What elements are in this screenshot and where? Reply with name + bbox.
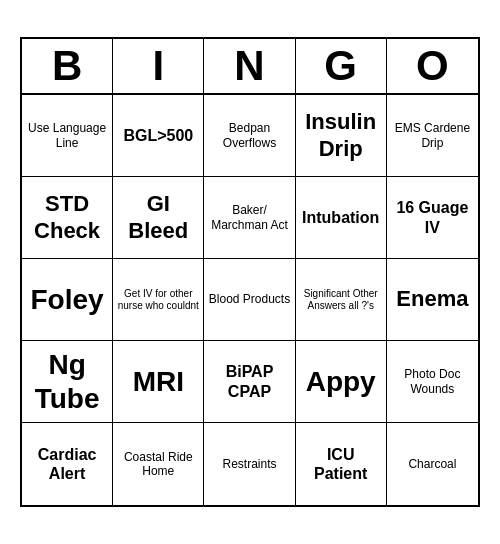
cell-text-1: BGL>500 xyxy=(123,126,193,145)
cell-text-20: Cardiac Alert xyxy=(25,445,109,483)
bingo-cell-20[interactable]: Cardiac Alert xyxy=(22,423,113,505)
bingo-cell-22[interactable]: Restraints xyxy=(204,423,295,505)
bingo-cell-14[interactable]: Enema xyxy=(387,259,478,341)
cell-text-17: BiPAP CPAP xyxy=(207,362,291,400)
cell-text-10: Foley xyxy=(31,283,104,317)
bingo-cell-4[interactable]: EMS Cardene Drip xyxy=(387,95,478,177)
bingo-cell-7[interactable]: Baker/ Marchman Act xyxy=(204,177,295,259)
cell-text-18: Appy xyxy=(306,365,376,399)
header-letter-b: B xyxy=(22,39,113,93)
bingo-cell-15[interactable]: Ng Tube xyxy=(22,341,113,423)
bingo-cell-16[interactable]: MRI xyxy=(113,341,204,423)
cell-text-14: Enema xyxy=(396,286,468,312)
bingo-cell-21[interactable]: Coastal Ride Home xyxy=(113,423,204,505)
bingo-cell-18[interactable]: Appy xyxy=(296,341,387,423)
cell-text-12: Blood Products xyxy=(209,292,290,306)
bingo-cell-10[interactable]: Foley xyxy=(22,259,113,341)
bingo-cell-3[interactable]: Insulin Drip xyxy=(296,95,387,177)
bingo-cell-0[interactable]: Use Language Line xyxy=(22,95,113,177)
header-letter-i: I xyxy=(113,39,204,93)
bingo-cell-2[interactable]: Bedpan Overflows xyxy=(204,95,295,177)
bingo-header: BINGO xyxy=(22,39,478,95)
bingo-grid: Use Language LineBGL>500Bedpan Overflows… xyxy=(22,95,478,505)
bingo-cell-17[interactable]: BiPAP CPAP xyxy=(204,341,295,423)
cell-text-8: Intubation xyxy=(302,208,379,227)
bingo-cell-9[interactable]: 16 Guage IV xyxy=(387,177,478,259)
header-letter-o: O xyxy=(387,39,478,93)
cell-text-0: Use Language Line xyxy=(25,121,109,150)
bingo-cell-6[interactable]: GI Bleed xyxy=(113,177,204,259)
bingo-cell-19[interactable]: Photo Doc Wounds xyxy=(387,341,478,423)
bingo-cell-23[interactable]: ICU Patient xyxy=(296,423,387,505)
header-letter-g: G xyxy=(296,39,387,93)
bingo-card: BINGO Use Language LineBGL>500Bedpan Ove… xyxy=(20,37,480,507)
cell-text-13: Significant Other Answers all ?'s xyxy=(299,288,383,312)
bingo-cell-1[interactable]: BGL>500 xyxy=(113,95,204,177)
cell-text-2: Bedpan Overflows xyxy=(207,121,291,150)
cell-text-21: Coastal Ride Home xyxy=(116,450,200,479)
header-letter-n: N xyxy=(204,39,295,93)
cell-text-6: GI Bleed xyxy=(116,191,200,244)
cell-text-9: 16 Guage IV xyxy=(390,198,475,236)
cell-text-23: ICU Patient xyxy=(299,445,383,483)
cell-text-19: Photo Doc Wounds xyxy=(390,367,475,396)
bingo-cell-24[interactable]: Charcoal xyxy=(387,423,478,505)
bingo-cell-5[interactable]: STD Check xyxy=(22,177,113,259)
cell-text-5: STD Check xyxy=(25,191,109,244)
bingo-cell-12[interactable]: Blood Products xyxy=(204,259,295,341)
cell-text-24: Charcoal xyxy=(408,457,456,471)
bingo-cell-8[interactable]: Intubation xyxy=(296,177,387,259)
cell-text-3: Insulin Drip xyxy=(299,109,383,162)
cell-text-4: EMS Cardene Drip xyxy=(390,121,475,150)
cell-text-15: Ng Tube xyxy=(25,348,109,415)
bingo-cell-11[interactable]: Get IV for other nurse who couldnt xyxy=(113,259,204,341)
bingo-cell-13[interactable]: Significant Other Answers all ?'s xyxy=(296,259,387,341)
cell-text-7: Baker/ Marchman Act xyxy=(207,203,291,232)
cell-text-22: Restraints xyxy=(222,457,276,471)
cell-text-11: Get IV for other nurse who couldnt xyxy=(116,288,200,312)
cell-text-16: MRI xyxy=(133,365,184,399)
